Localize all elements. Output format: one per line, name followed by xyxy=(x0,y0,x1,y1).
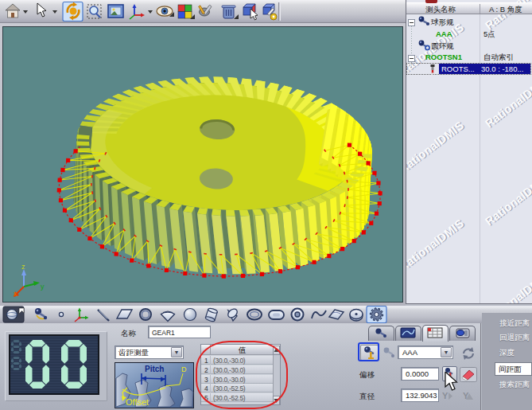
svg-text:x: x xyxy=(14,290,17,298)
svg-text:RationalDMIS: RationalDMIS xyxy=(406,217,466,273)
svg-text:Y: Y xyxy=(442,391,449,400)
svg-text:RationalDMIS: RationalDMIS xyxy=(483,171,532,228)
svg-text:y: y xyxy=(41,283,45,291)
svg-text:Pitch: Pitch xyxy=(145,365,164,373)
svg-text:RationalDMIS: RationalDMIS xyxy=(483,269,532,304)
svg-text:Offset: Offset xyxy=(126,397,149,407)
svg-text:z: z xyxy=(21,263,25,271)
svg-text:RationalDMIS: RationalDMIS xyxy=(406,119,466,175)
svg-text:D: D xyxy=(181,365,187,373)
svg-text:RationalDMIS: RationalDMIS xyxy=(483,73,532,130)
